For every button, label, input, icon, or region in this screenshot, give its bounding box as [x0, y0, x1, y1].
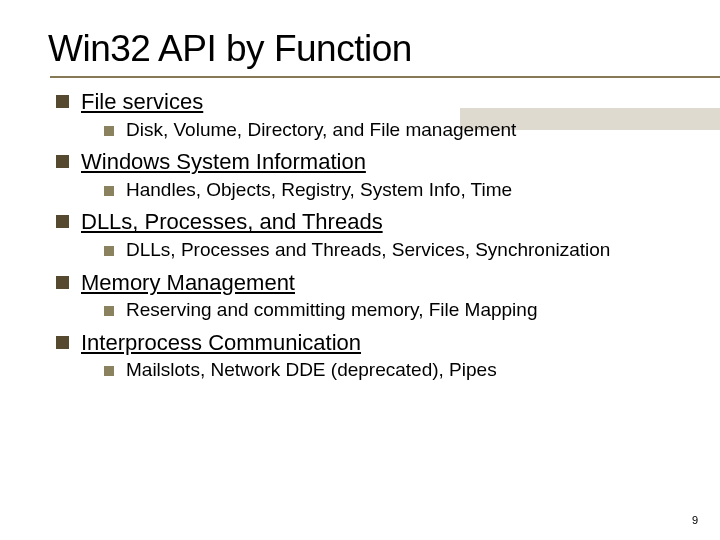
square-bullet-icon [56, 276, 69, 289]
list-item: File services [56, 88, 672, 116]
sub-list-label: Mailslots, Network DDE (deprecated), Pip… [126, 358, 497, 383]
list-item: DLLs, Processes, and Threads [56, 208, 672, 236]
content-area: File services Disk, Volume, Directory, a… [48, 88, 672, 383]
sub-list-item: Disk, Volume, Directory, and File manage… [104, 118, 672, 143]
list-item: Interprocess Communication [56, 329, 672, 357]
sub-list-label: Disk, Volume, Directory, and File manage… [126, 118, 516, 143]
square-bullet-icon [104, 186, 114, 196]
slide: Win32 API by Function File services Disk… [0, 0, 720, 540]
sub-list-item: Mailslots, Network DDE (deprecated), Pip… [104, 358, 672, 383]
square-bullet-icon [104, 126, 114, 136]
title-underline [50, 76, 720, 78]
page-number: 9 [692, 514, 698, 526]
sub-list-label: Reserving and committing memory, File Ma… [126, 298, 537, 323]
square-bullet-icon [104, 246, 114, 256]
list-label: File services [81, 88, 203, 116]
sub-list-item: Reserving and committing memory, File Ma… [104, 298, 672, 323]
sub-list-label: Handles, Objects, Registry, System Info,… [126, 178, 512, 203]
list-item: Memory Management [56, 269, 672, 297]
list-label: DLLs, Processes, and Threads [81, 208, 383, 236]
square-bullet-icon [56, 215, 69, 228]
square-bullet-icon [104, 366, 114, 376]
list-item: Windows System Information [56, 148, 672, 176]
list-label: Interprocess Communication [81, 329, 361, 357]
sub-list-item: Handles, Objects, Registry, System Info,… [104, 178, 672, 203]
sub-list-label: DLLs, Processes and Threads, Services, S… [126, 238, 610, 263]
square-bullet-icon [56, 95, 69, 108]
list-label: Memory Management [81, 269, 295, 297]
slide-title: Win32 API by Function [48, 28, 672, 70]
sub-list-item: DLLs, Processes and Threads, Services, S… [104, 238, 672, 263]
list-label: Windows System Information [81, 148, 366, 176]
square-bullet-icon [104, 306, 114, 316]
square-bullet-icon [56, 155, 69, 168]
square-bullet-icon [56, 336, 69, 349]
